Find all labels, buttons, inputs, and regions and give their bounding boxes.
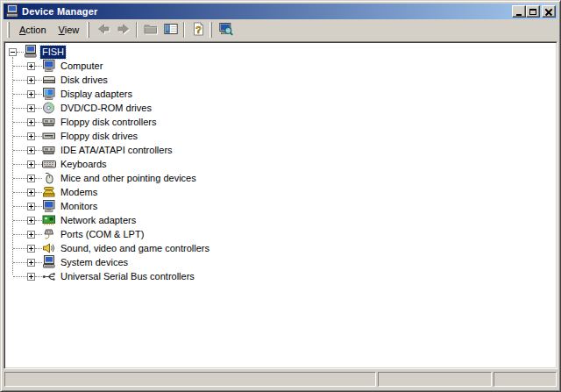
- keyboard-icon: [42, 157, 56, 171]
- toolbar-grip[interactable]: [87, 22, 89, 38]
- tree-item-network-adapters[interactable]: Network adapters: [4, 213, 557, 227]
- tree-branch-line: [13, 122, 27, 123]
- tree-branch-line: [13, 108, 27, 109]
- minimize-button[interactable]: [512, 5, 526, 18]
- tree-item-label[interactable]: FISH: [40, 46, 66, 59]
- help-button[interactable]: ?: [188, 20, 208, 39]
- expand-expander-icon[interactable]: [27, 203, 35, 210]
- expand-expander-icon[interactable]: [27, 273, 35, 281]
- tree-branch-line: [35, 94, 42, 95]
- tree-branch-line: [35, 276, 42, 277]
- tree-branch-line: [35, 108, 42, 109]
- tree-item-keyboards[interactable]: Keyboards: [4, 157, 557, 171]
- tree-item-label[interactable]: Modems: [59, 186, 99, 199]
- titlebar[interactable]: Device Manager: [4, 4, 557, 19]
- tree-item-dvd-cd-rom-drives[interactable]: DVD/CD-ROM drives: [4, 101, 557, 115]
- expand-expander-icon[interactable]: [27, 160, 35, 168]
- menu-view[interactable]: View: [53, 22, 86, 38]
- tree-item-sound-video-and-game-controllers[interactable]: Sound, video and game controllers: [4, 241, 557, 255]
- tree-branch-line: [13, 164, 27, 165]
- expand-expander-icon[interactable]: [27, 245, 35, 253]
- window-title: Device Manager: [22, 6, 512, 17]
- back-button: [93, 20, 113, 39]
- status-panel-2: [378, 372, 492, 387]
- cd-drive-icon: [42, 101, 56, 115]
- device-manager-window: Device Manager ActionView ? FISHComputer…: [0, 0, 561, 392]
- expand-expander-icon[interactable]: [27, 259, 35, 267]
- tree-branch-line: [35, 122, 42, 123]
- tree-item-label[interactable]: Floppy disk drives: [59, 130, 139, 143]
- tree-item-fish[interactable]: FISH: [4, 45, 557, 59]
- tree-item-label[interactable]: Disk drives: [59, 74, 110, 87]
- tree-item-label[interactable]: Computer: [59, 60, 104, 73]
- menu-action[interactable]: Action: [13, 22, 53, 38]
- tree-item-label[interactable]: Keyboards: [59, 158, 109, 171]
- tree-item-label[interactable]: Display adapters: [59, 88, 134, 101]
- expand-expander-icon[interactable]: [27, 132, 35, 140]
- tree-item-universal-serial-bus-controllers[interactable]: Universal Serial Bus controllers: [4, 269, 557, 283]
- tree-branch-line: [17, 52, 24, 53]
- computer-icon: [42, 255, 56, 269]
- speaker-icon: [42, 241, 56, 255]
- up-one-level-button: [140, 20, 160, 39]
- tree-branch-line: [35, 136, 42, 137]
- tree-item-floppy-disk-controllers[interactable]: Floppy disk controllers: [4, 115, 557, 129]
- tree-item-label[interactable]: Network adapters: [59, 214, 138, 227]
- device-manager-icon[interactable]: [5, 4, 19, 18]
- tree-item-computer[interactable]: Computer: [4, 59, 557, 73]
- maximize-icon: [529, 9, 536, 15]
- tree-item-ide-ata-atapi-controllers[interactable]: IDE ATA/ATAPI controllers: [4, 143, 557, 157]
- svg-text:?: ?: [195, 24, 202, 34]
- tree-branch-line: [13, 192, 27, 193]
- expand-expander-icon[interactable]: [27, 90, 35, 98]
- tree-branch-line: [13, 150, 27, 151]
- tree-item-label[interactable]: Universal Serial Bus controllers: [59, 270, 196, 283]
- tree-branch-line: [13, 80, 27, 81]
- expand-expander-icon[interactable]: [27, 118, 35, 126]
- tree-item-label[interactable]: DVD/CD-ROM drives: [59, 102, 153, 115]
- expand-expander-icon[interactable]: [27, 231, 35, 239]
- maximize-button[interactable]: [526, 5, 540, 18]
- tree-branch-line: [13, 234, 27, 235]
- tree-item-disk-drives[interactable]: Disk drives: [4, 73, 557, 87]
- expand-expander-icon[interactable]: [27, 62, 35, 70]
- expand-expander-icon[interactable]: [27, 146, 35, 154]
- tree-item-label[interactable]: Sound, video and game controllers: [59, 242, 211, 255]
- tree-branch-line: [35, 192, 42, 193]
- expand-expander-icon[interactable]: [27, 189, 35, 196]
- tree-item-label[interactable]: Mice and other pointing devices: [59, 172, 198, 185]
- tree-item-label[interactable]: Floppy disk controllers: [59, 116, 158, 129]
- tree-branch-line: [13, 262, 27, 263]
- toolbar-grip[interactable]: [209, 22, 212, 38]
- forward-button: [113, 20, 133, 39]
- disk-drive-icon: [42, 73, 56, 87]
- menubar: ActionView: [13, 22, 85, 38]
- tree-item-mice-and-other-pointing-devices[interactable]: Mice and other pointing devices: [4, 171, 557, 185]
- expand-expander-icon[interactable]: [27, 217, 35, 225]
- expand-expander-icon[interactable]: [27, 76, 35, 84]
- tree-branch-line: [13, 276, 27, 277]
- tree-item-system-devices[interactable]: System devices: [4, 255, 557, 269]
- minimize-icon: [516, 14, 522, 16]
- tree-branch-line: [13, 248, 27, 249]
- show-hide-console-tree-button[interactable]: [160, 20, 181, 39]
- expand-expander-icon[interactable]: [27, 175, 35, 182]
- tree-item-ports-com-lpt[interactable]: Ports (COM & LPT): [4, 227, 557, 241]
- tree-item-label[interactable]: Monitors: [59, 200, 99, 213]
- arrow-right-icon: [117, 22, 131, 39]
- tree-branch-line: [35, 80, 42, 81]
- scan-for-hardware-changes-button[interactable]: [216, 20, 236, 39]
- expand-expander-icon[interactable]: [27, 104, 35, 112]
- tree-item-label[interactable]: Ports (COM & LPT): [59, 228, 146, 241]
- collapse-expander-icon[interactable]: [9, 48, 17, 56]
- tree-item-floppy-disk-drives[interactable]: Floppy disk drives: [4, 129, 557, 143]
- tree-item-display-adapters[interactable]: Display adapters: [4, 87, 557, 101]
- tree-item-label[interactable]: IDE ATA/ATAPI controllers: [59, 144, 174, 157]
- tree-item-monitors[interactable]: Monitors: [4, 199, 557, 213]
- tree-item-label[interactable]: System devices: [59, 256, 130, 269]
- menubar-grip[interactable]: [7, 22, 10, 38]
- tree-item-modems[interactable]: Modems: [4, 185, 557, 199]
- port-icon: [42, 227, 56, 241]
- close-button[interactable]: [542, 5, 556, 18]
- tree-branch-line: [35, 234, 42, 235]
